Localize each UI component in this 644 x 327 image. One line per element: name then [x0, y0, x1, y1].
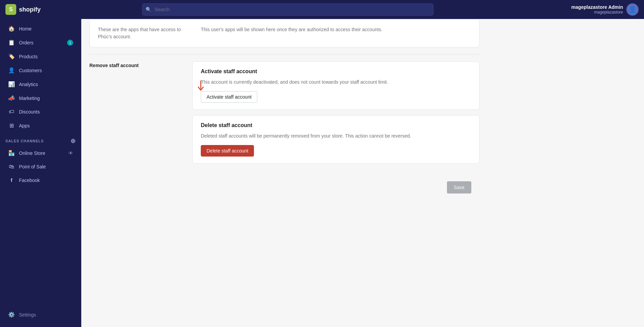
search-container: 🔍 [142, 3, 433, 16]
sidebar-item-analytics[interactable]: 📊 Analytics [3, 78, 79, 91]
analytics-icon: 📊 [8, 81, 15, 87]
search-icon: 🔍 [146, 7, 151, 12]
activate-card-title: Activate staff account [201, 68, 471, 75]
user-store: mageplazastore [571, 10, 623, 15]
activate-staff-card: Activate staff account This account is c… [192, 61, 479, 110]
delete-card-description: Deleted staff accounts will be permanent… [201, 132, 471, 140]
orders-badge: 1 [67, 40, 73, 46]
apps-icon: ⊞ [8, 122, 15, 129]
sidebar-item-label: Facebook [19, 178, 40, 183]
activate-description-wrap: This account is currently deactivated, a… [201, 79, 471, 86]
sidebar-item-label: Settings [19, 312, 36, 318]
sidebar-item-discounts[interactable]: 🏷 Discounts [3, 105, 79, 118]
apps-section-left-text: These are the apps that have access to P… [98, 26, 193, 40]
products-icon: 🏷️ [8, 53, 15, 60]
sidebar-item-label: Analytics [19, 82, 38, 87]
customers-icon: 👤 [8, 67, 15, 74]
sidebar-item-label: Point of Sale [19, 164, 46, 169]
top-navigation: S shopify 🔍 mageplazastore Admin magepla… [0, 0, 644, 19]
remove-staff-label: Remove staff account [89, 61, 184, 169]
sidebar: 🏠 Home 📋 Orders 1 🏷️ Products 👤 Customer… [0, 19, 81, 327]
sidebar-item-label: Online Store [19, 150, 45, 156]
sidebar-item-label: Marketing [19, 96, 40, 101]
activate-staff-row: Remove staff account Activate staff acco… [89, 61, 479, 169]
marketing-icon: 📣 [8, 95, 15, 101]
apps-section-right-text: This user's apps will be shown here once… [201, 26, 471, 40]
user-menu[interactable]: mageplazastore Admin mageplazastore 👤 [571, 3, 639, 16]
sales-channels-section: SALES CHANNELS ⊕ [0, 132, 81, 146]
sidebar-item-label: Home [19, 26, 31, 32]
sidebar-item-orders[interactable]: 📋 Orders 1 [3, 36, 79, 49]
delete-card-title: Delete staff account [201, 122, 471, 128]
content-area: These are the apps that have access to P… [81, 19, 644, 327]
add-sales-channel-button[interactable]: ⊕ [70, 137, 76, 145]
sidebar-item-label: Customers [19, 68, 42, 73]
sidebar-item-point-of-sale[interactable]: 🛍 Point of Sale [3, 160, 79, 173]
shopify-bag-icon: S [5, 4, 16, 15]
logo-text: shopify [19, 6, 41, 13]
sidebar-item-label: Orders [19, 40, 34, 45]
sidebar-item-customers[interactable]: 👤 Customers [3, 64, 79, 77]
facebook-icon: f [8, 177, 15, 183]
user-name: mageplazastore Admin [571, 4, 623, 10]
sidebar-item-facebook[interactable]: f Facebook [3, 174, 79, 186]
settings-icon: ⚙️ [8, 311, 15, 318]
delete-staff-button[interactable]: Delete staff account [201, 145, 254, 157]
sales-channels-label: SALES CHANNELS [5, 139, 44, 143]
point-of-sale-icon: 🛍 [8, 164, 15, 170]
online-store-icon: 🏪 [8, 150, 15, 156]
sidebar-item-label: Discounts [19, 109, 40, 115]
apps-section-card: These are the apps that have access to P… [89, 19, 479, 47]
user-info: mageplazastore Admin mageplazastore [571, 4, 623, 15]
activate-card-description: This account is currently deactivated, a… [201, 79, 471, 86]
view-online-store-icon[interactable]: 👁 [68, 150, 73, 156]
discounts-icon: 🏷 [8, 109, 15, 115]
activate-staff-button[interactable]: Activate staff account [201, 91, 257, 103]
sidebar-item-label: Products [19, 54, 38, 59]
red-arrow-icon [196, 80, 206, 91]
sidebar-item-apps[interactable]: ⊞ Apps [3, 119, 79, 132]
sidebar-item-products[interactable]: 🏷️ Products [3, 50, 79, 63]
sidebar-item-home[interactable]: 🏠 Home [3, 22, 79, 35]
avatar: 👤 [626, 3, 639, 16]
section-divider [89, 54, 479, 55]
sidebar-item-marketing[interactable]: 📣 Marketing [3, 91, 79, 105]
logo[interactable]: S shopify [5, 4, 73, 15]
sidebar-item-label: Apps [19, 123, 30, 128]
search-input[interactable] [142, 3, 433, 16]
sidebar-item-online-store[interactable]: 🏪 Online Store 👁 [3, 146, 79, 160]
home-icon: 🏠 [8, 25, 15, 32]
orders-icon: 📋 [8, 39, 15, 46]
delete-staff-card: Delete staff account Deleted staff accou… [192, 115, 479, 164]
sidebar-item-settings[interactable]: ⚙️ Settings [3, 308, 79, 321]
save-bar: Save [89, 176, 479, 199]
save-button[interactable]: Save [447, 181, 471, 193]
